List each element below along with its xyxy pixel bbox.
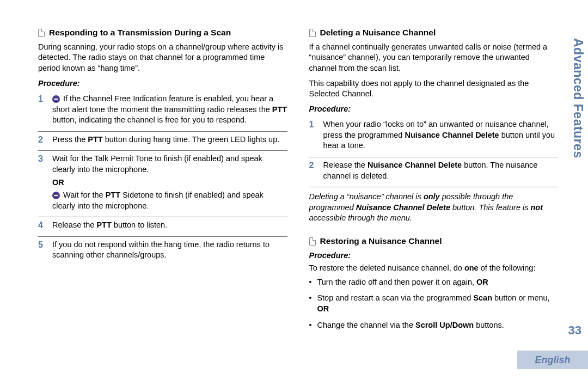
paragraph: This capability does not apply to the ch… bbox=[309, 78, 559, 100]
document-icon bbox=[309, 237, 316, 246]
step-text: Press the bbox=[52, 135, 88, 144]
ptt-label: PTT bbox=[272, 105, 287, 114]
step-body: If you do not respond within the hang ti… bbox=[52, 240, 287, 263]
step-text: Wait for the bbox=[63, 191, 106, 199]
ptt-label: PTT bbox=[106, 191, 120, 199]
note-not: not bbox=[530, 203, 543, 212]
step-5: 5 If you do not respond within the hang … bbox=[38, 237, 287, 266]
step-body: Release the Nuisance Channel Delete butt… bbox=[323, 160, 559, 183]
step-text: Release the bbox=[323, 161, 367, 169]
ptt-label: PTT bbox=[88, 135, 102, 144]
or-label: OR bbox=[317, 304, 329, 313]
list-item: Turn the radio off and then power it on … bbox=[309, 277, 559, 288]
procedure-label: Procedure: bbox=[309, 250, 559, 261]
step-text: button, indicating the channel is free f… bbox=[52, 115, 247, 124]
step-body: When your radio “locks on to” an unwante… bbox=[323, 119, 559, 154]
step-3: 3 Wait for the Talk Permit Tone to finis… bbox=[38, 151, 287, 217]
note-only: only bbox=[424, 192, 440, 201]
list-item: Change the channel via the Scroll Up/Dow… bbox=[309, 320, 559, 331]
ptt-label: PTT bbox=[96, 220, 111, 229]
restore-intro: To restore the deleted nuisance channel,… bbox=[309, 263, 559, 274]
language-label: English bbox=[535, 353, 570, 366]
ncd-label: Nuisance Channel Delete bbox=[367, 161, 462, 169]
step-text: button during hang time. The green LED l… bbox=[103, 135, 280, 144]
step-1: 1 If the Channel Free Indication feature… bbox=[38, 91, 287, 132]
side-tab: Advanced Features bbox=[567, 38, 588, 201]
language-tab: English bbox=[517, 351, 588, 369]
heading-text: Restoring a Nuisance Channel bbox=[320, 236, 442, 247]
step-1: 1 When your radio “locks on to” an unwan… bbox=[309, 117, 559, 157]
step-2: 2 Release the Nuisance Channel Delete bu… bbox=[309, 157, 559, 187]
step-2: 2 Press the PTT button during hang time.… bbox=[38, 132, 287, 151]
step-text: If you do not respond within the hang ti… bbox=[52, 240, 287, 261]
document-icon bbox=[309, 29, 316, 37]
step-text: Wait for the Talk Permit Tone to finish … bbox=[52, 154, 287, 175]
one-label: one bbox=[464, 263, 479, 272]
intro-paragraph: During scanning, your radio stops on a c… bbox=[38, 42, 287, 74]
section-heading-deleting: Deleting a Nuisance Channel bbox=[309, 27, 559, 39]
section-heading-responding: Responding to a Transmission During a Sc… bbox=[38, 27, 287, 39]
scan-label: Scan bbox=[473, 293, 492, 302]
ncd-label: Nuisance Channel Delete bbox=[356, 203, 450, 212]
note-text: accessible through the menu. bbox=[309, 213, 412, 222]
or-label: OR bbox=[52, 177, 287, 188]
stop-icon bbox=[52, 192, 60, 199]
list-item: Stop and restart a scan via the programm… bbox=[309, 293, 559, 314]
step-number: 4 bbox=[38, 220, 47, 233]
text: of the following: bbox=[479, 263, 536, 272]
text: To restore the deleted nuisance channel,… bbox=[309, 263, 464, 272]
heading-text: Deleting a Nuisance Channel bbox=[320, 27, 436, 39]
step-number: 5 bbox=[38, 240, 47, 263]
step-4: 4 Release the PTT button to listen. bbox=[38, 217, 287, 237]
step-number: 2 bbox=[309, 160, 318, 183]
note-text: button. This feature is bbox=[450, 203, 531, 212]
stop-icon bbox=[52, 95, 60, 103]
step-body: If the Channel Free Indication feature i… bbox=[52, 94, 287, 128]
procedure-label: Procedure: bbox=[38, 78, 287, 89]
step-text: button to listen. bbox=[112, 220, 167, 229]
step-number: 3 bbox=[38, 154, 47, 213]
right-column: Deleting a Nuisance Channel If a channel… bbox=[309, 27, 567, 336]
paragraph: If a channel continually generates unwan… bbox=[309, 42, 559, 74]
heading-text: Responding to a Transmission During a Sc… bbox=[49, 27, 231, 39]
step-text: Release the bbox=[52, 220, 96, 229]
procedure-label: Procedure: bbox=[309, 104, 559, 115]
bullet-text: Stop and restart a scan via the programm… bbox=[317, 293, 473, 302]
step-number: 1 bbox=[38, 94, 47, 128]
note-paragraph: Deleting a “nuisance” channel is only po… bbox=[309, 192, 559, 224]
bullet-text: buttons. bbox=[474, 321, 504, 329]
scroll-label: Scroll Up/Down bbox=[415, 321, 474, 329]
page-number: 33 bbox=[568, 322, 581, 339]
or-label: OR bbox=[476, 278, 488, 286]
note-text: Deleting a “nuisance” channel is bbox=[309, 192, 424, 201]
bullet-text: Change the channel via the bbox=[317, 321, 415, 329]
step-body: Release the PTT button to listen. bbox=[52, 220, 287, 233]
step-body: Press the PTT button during hang time. T… bbox=[52, 134, 287, 148]
ncd-label: Nuisance Channel Delete bbox=[405, 131, 499, 139]
step-number: 2 bbox=[38, 134, 47, 148]
document-icon bbox=[38, 29, 45, 37]
left-column: Responding to a Transmission During a Sc… bbox=[38, 27, 287, 336]
step-number: 1 bbox=[309, 119, 318, 154]
section-heading-restoring: Restoring a Nuisance Channel bbox=[309, 236, 559, 247]
bullet-text: Turn the radio off and then power it on … bbox=[317, 278, 476, 286]
bullet-text: button or menu, bbox=[492, 293, 550, 302]
step-body: Wait for the Talk Permit Tone to finish … bbox=[52, 154, 287, 213]
restore-bullets: Turn the radio off and then power it on … bbox=[309, 277, 559, 330]
step-text: If the Channel Free Indication feature i… bbox=[52, 94, 273, 114]
side-tab-text: Advanced Features bbox=[569, 38, 586, 158]
